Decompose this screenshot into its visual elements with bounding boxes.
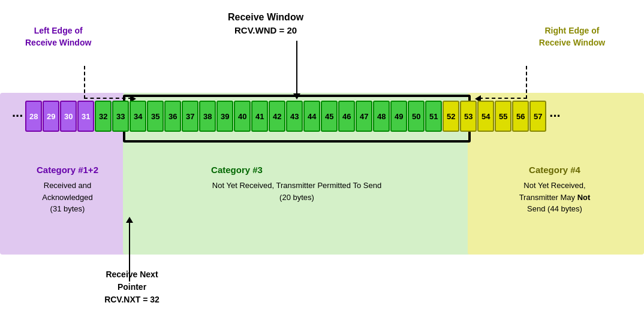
seq-32: 32 bbox=[95, 101, 112, 132]
seq-44: 44 bbox=[303, 101, 320, 132]
seq-36: 36 bbox=[164, 101, 181, 132]
left-edge-label: Left Edge ofReceive Window bbox=[25, 25, 91, 49]
right-edge-arrow bbox=[479, 66, 527, 99]
rcv-nxt-label: Receive NextPointerRCV.NXT = 32 bbox=[93, 268, 171, 306]
seq-34: 34 bbox=[130, 101, 146, 132]
seq-52: 52 bbox=[443, 101, 459, 132]
seq-48: 48 bbox=[373, 101, 390, 132]
seq-31: 31 bbox=[77, 101, 94, 132]
right-edge-label: Right Edge ofReceive Window bbox=[518, 25, 626, 49]
category-4-label: Category #4 bbox=[474, 165, 636, 175]
seq-57: 57 bbox=[529, 101, 546, 132]
category-12-desc: Received andAcknowledged(31 bytes) bbox=[12, 180, 123, 215]
dots-left: ··· bbox=[12, 108, 23, 124]
seq-53: 53 bbox=[460, 101, 477, 132]
category-12-label: Category #1+2 bbox=[12, 165, 123, 175]
receive-window-label: Receive Window RCV.WND = 20 bbox=[228, 11, 303, 37]
receive-window-arrow bbox=[296, 41, 297, 95]
seq-56: 56 bbox=[512, 101, 529, 132]
seq-29: 29 bbox=[43, 101, 59, 132]
seq-42: 42 bbox=[269, 101, 285, 132]
diagram: Receive Window RCV.WND = 20 Left Edge of… bbox=[0, 0, 644, 336]
seq-50: 50 bbox=[408, 101, 425, 132]
seq-35: 35 bbox=[147, 101, 164, 132]
seq-30: 30 bbox=[60, 101, 77, 132]
sequence-row: ··· 28 29 30 31 32 33 34 35 36 37 38 39 … bbox=[12, 101, 561, 132]
seq-40: 40 bbox=[234, 101, 251, 132]
dots-right: ··· bbox=[549, 108, 560, 124]
seq-41: 41 bbox=[251, 101, 268, 132]
seq-43: 43 bbox=[286, 101, 303, 132]
seq-28: 28 bbox=[25, 101, 42, 132]
seq-55: 55 bbox=[495, 101, 511, 132]
seq-37: 37 bbox=[182, 101, 198, 132]
seq-49: 49 bbox=[390, 101, 407, 132]
seq-33: 33 bbox=[112, 101, 129, 132]
left-edge-arrow bbox=[84, 66, 132, 99]
seq-47: 47 bbox=[356, 101, 372, 132]
seq-39: 39 bbox=[216, 101, 233, 132]
seq-38: 38 bbox=[199, 101, 216, 132]
category-3-label: Category #3 bbox=[177, 165, 297, 175]
seq-51: 51 bbox=[425, 101, 442, 132]
category-4-desc: Not Yet Received,Transmitter May NotSend… bbox=[474, 180, 636, 215]
seq-54: 54 bbox=[477, 101, 494, 132]
seq-45: 45 bbox=[321, 101, 338, 132]
category-3-desc: Not Yet Received, Transmitter Permitted … bbox=[126, 180, 468, 203]
seq-46: 46 bbox=[338, 101, 355, 132]
